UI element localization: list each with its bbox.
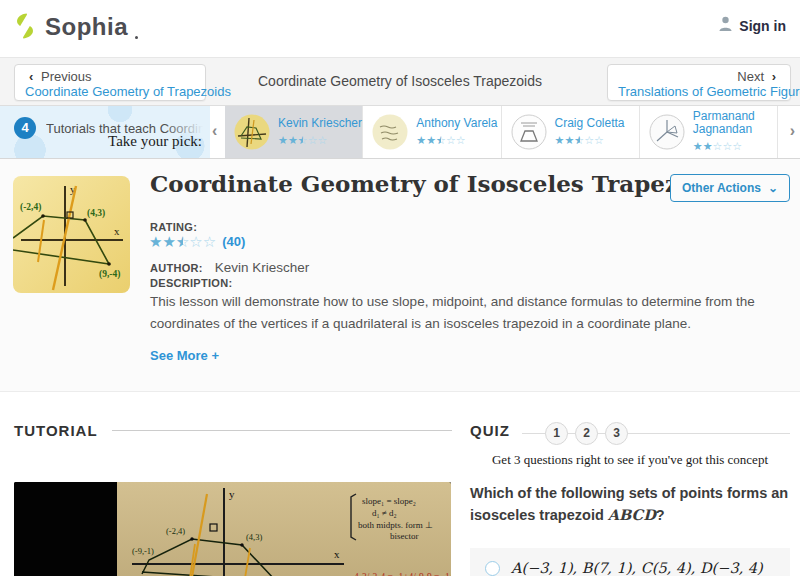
video-note1: slope₁ = slope₂ xyxy=(362,496,416,506)
star-icon: ★ xyxy=(555,135,565,146)
sophia-leaf-icon xyxy=(12,12,38,44)
star-icon: ★ xyxy=(288,135,298,146)
quiz-step-2: 2 xyxy=(575,422,598,445)
previous-label: Previous xyxy=(41,69,92,84)
video-point3-label: (-9,-1) xyxy=(132,546,154,556)
star-icon: ☆ xyxy=(713,141,723,152)
quiz-header-row: QUIZ 1 2 3 xyxy=(470,422,790,446)
lesson-rating-stars: ★★☆☆☆ xyxy=(149,234,216,249)
video-work-line: 4-3/-2-4 = -1+4/-9-9 = -1/6 ✓ xyxy=(354,572,451,576)
question-term: ABCD xyxy=(608,506,656,523)
tutorial-heading: TUTORIAL xyxy=(14,422,98,439)
tutorial-count-badge: 4 xyxy=(14,117,36,139)
page-title: Coordinate Geometry of Isosceles Trapezo… xyxy=(150,170,731,197)
teacher-rating-stars: ★★☆☆☆ xyxy=(278,135,327,146)
current-lesson-title: Coordinate Geometry of Isosceles Trapezo… xyxy=(220,73,580,89)
teacher-avatar-notes-icon xyxy=(372,114,408,150)
star-icon: ☆ xyxy=(176,234,189,249)
star-icon: ☆ xyxy=(722,141,732,152)
quiz-option-1[interactable]: A(−3, 1), B(7, 1), C(5, 4), D(−3, 4) xyxy=(470,548,790,576)
star-icon: ☆ xyxy=(189,234,202,249)
star-icon: ★ xyxy=(426,135,436,146)
teacher-name: Craig Coletta xyxy=(555,117,625,130)
tutorial-rule xyxy=(112,430,452,431)
star-icon: ★ xyxy=(693,141,703,152)
option-text: A(−3, 1), B(7, 1), C(5, 4), D(−3, 4) xyxy=(511,560,763,576)
star-icon: ★ xyxy=(149,234,162,249)
video-point2-label: (4,3) xyxy=(246,532,262,542)
teacher-avatar-graph-icon xyxy=(234,114,270,150)
lesson-thumbnail: y x (-2,4) (4,3) (9,-4) xyxy=(13,176,130,293)
chevron-down-icon: ⌄ xyxy=(768,181,778,195)
teacher-avatar-axes-icon xyxy=(649,114,685,150)
star-icon: ☆ xyxy=(436,135,446,146)
carousel-tagline: Take your pick: xyxy=(108,133,202,150)
quiz-heading: QUIZ xyxy=(470,422,510,439)
star-icon: ☆ xyxy=(456,135,466,146)
other-actions-label: Other Actions xyxy=(682,181,761,195)
thumb-point3-label: (9,-4) xyxy=(99,269,120,280)
other-actions-button[interactable]: Other Actions ⌄ xyxy=(670,174,790,202)
previous-lesson-link[interactable]: Coordinate Geometry of Trapezoids xyxy=(25,84,195,100)
sophia-logo[interactable]: Sophia xyxy=(12,12,138,44)
teacher-card-parmanand-jagnandan[interactable]: Parmanand Jagnandan ★★☆☆☆ xyxy=(640,106,778,158)
carousel-left-arrow[interactable]: ‹ xyxy=(212,122,217,140)
teacher-card-anthony-varela[interactable]: Anthony Varela ★★☆☆☆ xyxy=(363,106,501,158)
see-more-link[interactable]: See More + xyxy=(150,348,219,363)
top-header: Sophia Sign in xyxy=(0,0,800,57)
rating-label: RATING: xyxy=(150,221,197,233)
next-lesson-button[interactable]: Next › Translations of Geometric Figures xyxy=(607,64,791,101)
carousel-right-arrow[interactable]: › xyxy=(790,122,795,140)
lesson-summary: y x (-2,4) (4,3) (9,-4) Coordinate Geome… xyxy=(0,159,800,392)
description-text: This lesson will demonstrate how to use … xyxy=(150,291,800,335)
star-icon: ★ xyxy=(278,135,288,146)
question-punct: ? xyxy=(656,507,665,523)
teacher-name: Kevin Kriescher xyxy=(278,117,362,130)
author-name: Kevin Kriescher xyxy=(215,260,310,275)
quiz-step-1: 1 xyxy=(545,422,568,445)
star-icon: ★ xyxy=(703,141,713,152)
sign-in-label: Sign in xyxy=(739,18,786,34)
video-note4: bisector xyxy=(390,531,419,541)
logo-dot xyxy=(135,36,138,39)
video-point1-label: (-2,4) xyxy=(166,526,185,536)
video-note3: both midpts. form ⊥ xyxy=(358,520,433,530)
star-icon: ☆ xyxy=(203,234,216,249)
video-note2: d₁ ≠ d₂ xyxy=(372,508,397,518)
teacher-card-craig-coletta[interactable]: Craig Coletta ★★☆☆☆ xyxy=(502,106,640,158)
next-lesson-link[interactable]: Translations of Geometric Figures xyxy=(618,84,780,100)
teacher-carousel: 4 Tutorials that teach Coordinate Take y… xyxy=(0,106,800,159)
star-icon: ☆ xyxy=(584,135,594,146)
video-y-label: y xyxy=(229,488,235,500)
teacher-rating-stars: ★★☆☆☆ xyxy=(555,135,604,146)
description-label: DESCRIPTION: xyxy=(150,277,232,289)
star-icon: ★ xyxy=(162,234,175,249)
thumb-point1-label: (-2,4) xyxy=(20,202,41,213)
teacher-card-kevin-kriescher[interactable]: Kevin Kriescher ★★☆☆☆ xyxy=(225,106,363,158)
star-icon: ☆ xyxy=(574,135,584,146)
thumb-x-label: x xyxy=(114,225,120,237)
radio-button[interactable] xyxy=(485,561,500,576)
star-icon: ☆ xyxy=(594,135,604,146)
tutorial-video-player[interactable]: y x (-2,4) (4,3) (-9,-1) (9,-4) slope₁ =… xyxy=(14,482,451,576)
star-icon: ☆ xyxy=(446,135,456,146)
teacher-name: Anthony Varela xyxy=(416,117,497,130)
chevron-left-icon: ‹ xyxy=(29,69,33,84)
previous-lesson-button[interactable]: ‹ Previous Coordinate Geometry of Trapez… xyxy=(14,64,206,101)
rating-count-link[interactable]: (40) xyxy=(222,234,245,249)
sign-in-button[interactable]: Sign in xyxy=(718,16,786,36)
user-icon xyxy=(718,16,733,36)
logo-wordmark: Sophia xyxy=(45,12,128,42)
teacher-rating-stars: ★★☆☆☆ xyxy=(693,141,742,152)
quiz-tagline: Get 3 questions right to see if you've g… xyxy=(468,452,792,468)
author-label: AUTHOR: xyxy=(150,262,203,274)
video-x-label: x xyxy=(334,548,340,560)
tutorial-header-row: TUTORIAL xyxy=(14,422,452,439)
star-icon: ★ xyxy=(564,135,574,146)
teacher-rating-stars: ★★☆☆☆ xyxy=(416,135,465,146)
carousel-intro-panel: 4 Tutorials that teach Coordinate Take y… xyxy=(0,106,210,158)
lesson-navbar: ‹ Previous Coordinate Geometry of Trapez… xyxy=(0,57,800,106)
quiz-question: Which of the following sets of points fo… xyxy=(470,482,792,527)
bottom-section: TUTORIAL y x (-2,4) (4,3) (-9,-1) xyxy=(0,392,800,576)
teacher-avatar-trapezoid-icon xyxy=(511,114,547,150)
